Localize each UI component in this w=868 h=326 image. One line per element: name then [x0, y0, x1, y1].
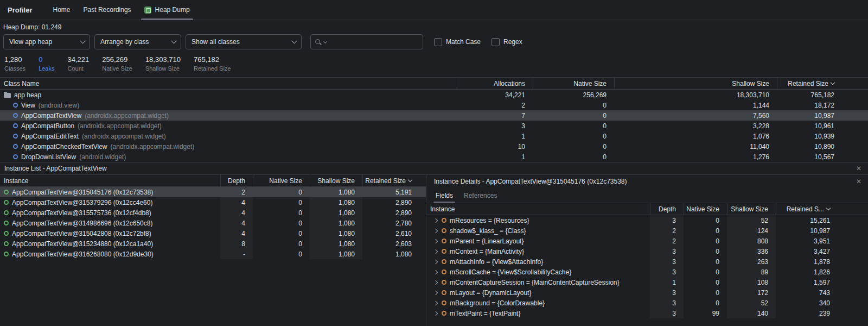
field-icon [442, 269, 446, 274]
search-input[interactable] [328, 37, 418, 46]
class-icon [13, 144, 18, 149]
table-row-selected[interactable]: AppCompatTextView(androidx.appcompat.wid… [0, 110, 868, 121]
chevron-down-icon [80, 38, 86, 43]
col-native-size[interactable]: Native Size [253, 175, 310, 186]
col-instance[interactable]: Instance [426, 205, 650, 213]
col-shallow-size[interactable]: Shallow Size [614, 78, 777, 89]
col-retained-size[interactable]: Retained S... [776, 203, 868, 215]
col-depth[interactable]: Depth [220, 175, 253, 186]
tab-home-label: Home [53, 6, 71, 14]
stat-leaks[interactable]: 0 Leaks [39, 55, 54, 72]
regex-checkbox[interactable] [492, 38, 500, 46]
field-icon [442, 280, 446, 285]
field-row[interactable]: mScrollCache = {View$ScrollabilityCache}… [426, 267, 868, 277]
heap-scope-value: View app heap [9, 38, 52, 46]
class-table-header: Class Name Allocations Native Size Shall… [0, 78, 868, 90]
tab-past-recordings[interactable]: Past Recordings [77, 0, 138, 20]
table-row[interactable]: app heap 34,221 256,269 18,303,710 765,1… [0, 90, 868, 100]
expand-chevron-icon[interactable] [433, 311, 438, 315]
col-depth[interactable]: Depth [650, 203, 684, 215]
instance-details-bar: Instance Details - AppCompatTextView@315… [426, 175, 868, 188]
arrangement-select[interactable]: Arrange by class [94, 34, 181, 49]
instance-row[interactable]: AppCompatTextView@315234880 (0x12ca1a40)… [0, 239, 426, 249]
search-history-chevron-icon [323, 39, 327, 43]
heap-stats: 1,280 Classes 0 Leaks 34,221 Count 256,2… [0, 54, 868, 77]
heap-scope-select[interactable]: View app heap [3, 34, 90, 49]
instance-row[interactable]: AppCompatTextView@315042808 (0x12c72bf8)… [0, 228, 426, 239]
match-case-label: Match Case [446, 38, 481, 46]
table-row[interactable]: AppCompatCheckedTextView(androidx.appcom… [0, 141, 868, 152]
field-row[interactable]: shadow$_klass_ = {Class} 2 0 124 10,987 [426, 225, 868, 236]
class-icon [13, 113, 18, 118]
field-icon [442, 290, 446, 295]
col-retained-size[interactable]: Retained Size [777, 78, 868, 89]
expand-chevron-icon[interactable] [433, 218, 438, 222]
instance-row[interactable]: AppCompatTextView@315575736 (0x12cf4db8)… [0, 208, 426, 218]
instance-row[interactable]: AppCompatTextView@315379296 (0x12cc4e60)… [0, 197, 426, 208]
instance-list-header: Instance Depth Native Size Shallow Size … [0, 175, 426, 187]
instance-row-selected[interactable]: AppCompatTextView@315045176 (0x12c73538)… [0, 187, 426, 197]
arrangement-value: Arrange by class [100, 38, 149, 46]
instance-icon [4, 190, 9, 195]
class-filter-select[interactable]: Show all classes [186, 34, 302, 49]
close-icon[interactable]: ✕ [855, 177, 863, 186]
tab-home[interactable]: Home [47, 0, 77, 20]
field-row[interactable]: mTextPaint = {TextPaint} 3 99 140 239 [426, 308, 868, 318]
tab-fields[interactable]: Fields [431, 188, 458, 203]
instance-row[interactable]: AppCompatTextView@316268080 (0x12d9de30)… [0, 249, 426, 259]
table-row[interactable]: AppCompatButton(androidx.appcompat.widge… [0, 121, 868, 131]
instance-details-title: Instance Details - AppCompatTextView@315… [434, 178, 627, 185]
heap-toolbar: View app heap Arrange by class Show all … [0, 34, 868, 54]
col-instance[interactable]: Instance [0, 177, 220, 185]
col-native-size[interactable]: Native Size [684, 203, 727, 215]
stat-classes: 1,280 Classes [4, 55, 25, 72]
instance-row[interactable]: AppCompatTextView@314986696 (0x12c650c8)… [0, 218, 426, 228]
expand-chevron-icon[interactable] [433, 228, 438, 233]
table-row[interactable]: DropDownListView(android.widget) 1 0 1,2… [0, 152, 868, 162]
field-row[interactable]: mLayout = {DynamicLayout} 3 0 172 743 [426, 287, 868, 298]
close-icon[interactable]: ✕ [855, 164, 863, 173]
field-row[interactable]: mContext = {MainActivity} 3 0 336 3,427 [426, 246, 868, 256]
tab-heap-dump[interactable]: Heap Dump [138, 0, 196, 20]
field-icon [442, 239, 446, 243]
field-row[interactable]: mContentCaptureSession = {MainContentCap… [426, 277, 868, 287]
sort-desc-icon [831, 80, 835, 85]
expand-chevron-icon[interactable] [433, 259, 438, 264]
regex-option[interactable]: Regex [492, 38, 522, 46]
field-row[interactable]: mBackground = {ColorDrawable} 3 0 52 340 [426, 298, 868, 308]
col-native-size[interactable]: Native Size [533, 78, 614, 89]
field-row[interactable]: mParent = {LinearLayout} 2 0 808 3,951 [426, 236, 868, 246]
field-row[interactable]: mAttachInfo = {View$AttachInfo} 3 0 263 … [426, 256, 868, 267]
field-icon [442, 228, 446, 233]
col-class-name[interactable]: Class Name [0, 80, 457, 87]
stat-native-size-value: 256,269 [102, 55, 132, 64]
stat-leaks-label: Leaks [39, 65, 54, 72]
expand-chevron-icon[interactable] [433, 290, 438, 294]
match-case-checkbox[interactable] [434, 38, 442, 46]
stat-native-size-label: Native Size [102, 65, 132, 72]
expand-chevron-icon[interactable] [433, 269, 438, 274]
stat-retained-size-label: Retained Size [194, 65, 231, 72]
expand-chevron-icon[interactable] [433, 280, 438, 284]
col-shallow-size[interactable]: Shallow Size [727, 203, 776, 215]
search-box[interactable] [310, 34, 423, 49]
stat-retained-size-value: 765,182 [194, 55, 231, 64]
col-allocations[interactable]: Allocations [457, 78, 533, 89]
sort-desc-icon [826, 206, 831, 210]
match-case-option[interactable]: Match Case [434, 38, 481, 46]
table-row[interactable]: AppCompatEditText(androidx.appcompat.wid… [0, 131, 868, 141]
col-shallow-size[interactable]: Shallow Size [310, 175, 362, 186]
search-icon [315, 39, 322, 46]
chevron-down-icon [171, 38, 177, 43]
fields-table-header: Instance Depth Native Size Shallow Size … [426, 203, 868, 215]
field-row[interactable]: mResources = {Resources} 3 0 52 15,261 [426, 215, 868, 225]
expand-chevron-icon[interactable] [433, 249, 438, 253]
expand-chevron-icon[interactable] [433, 300, 438, 305]
tab-past-recordings-label: Past Recordings [84, 6, 131, 14]
tab-references[interactable]: References [459, 188, 502, 203]
expand-chevron-icon[interactable] [433, 239, 438, 243]
col-retained-size[interactable]: Retained Size [362, 175, 426, 186]
instance-details-tabs: Fields References [426, 188, 868, 203]
table-row[interactable]: View(android.view) 2 0 1,144 18,172 [0, 100, 868, 110]
instance-icon [4, 231, 9, 236]
